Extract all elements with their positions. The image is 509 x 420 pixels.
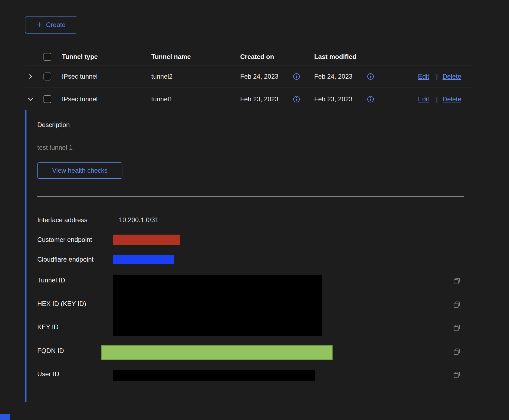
copy-icon (453, 348, 461, 356)
tunnel-id-label: Tunnel ID (37, 276, 65, 284)
key-id-label: KEY ID (37, 323, 58, 331)
copy-key-id-button[interactable] (453, 324, 461, 332)
cell-tunnel-type: IPsec tunnel (62, 95, 98, 103)
cell-tunnel-type: IPsec tunnel (62, 73, 98, 80)
copy-icon (453, 371, 461, 379)
create-button-label: Create (46, 21, 65, 29)
user-id-label: User ID (37, 370, 59, 378)
section-divider (37, 196, 464, 197)
column-header-created-on: Created on (240, 53, 274, 61)
cell-created-on: Feb 23, 2023 (240, 95, 278, 103)
cloudflare-endpoint-redacted-value (113, 255, 174, 264)
user-id-redacted-value (113, 370, 315, 381)
copy-icon (453, 277, 461, 285)
copy-icon (453, 301, 461, 309)
view-health-checks-label: View health checks (52, 167, 108, 174)
tunnel-details-panel: Description test tunnel 1 View health ch… (25, 110, 473, 402)
row-checkbox[interactable] (43, 73, 51, 81)
interface-address-label: Interface address (37, 216, 87, 224)
copy-icon (453, 324, 461, 332)
delete-link[interactable]: Delete (443, 95, 461, 103)
fqdn-id-redacted-value (101, 345, 333, 360)
delete-link[interactable]: Delete (443, 73, 461, 80)
ids-redacted-value (113, 275, 322, 336)
column-header-tunnel-type: Tunnel type (62, 53, 98, 61)
cell-last-modified: Feb 23, 2023 (314, 95, 352, 103)
copy-hex-id-button[interactable] (453, 300, 461, 309)
cloudflare-endpoint-label: Cloudflare endpoint (37, 256, 93, 263)
row-checkbox[interactable] (43, 95, 51, 103)
action-separator: | (436, 95, 438, 103)
hex-id-label: HEX ID (KEY ID) (37, 300, 86, 308)
viewport-edge-artifact (0, 414, 10, 420)
column-header-last-modified: Last modified (314, 53, 356, 61)
edit-link[interactable]: Edit (418, 73, 429, 80)
table-row: IPsec tunnel tunnel2 Feb 24, 2023 Feb 24… (25, 65, 473, 88)
chevron-down-icon (27, 96, 34, 102)
info-icon[interactable] (367, 73, 374, 80)
customer-endpoint-label: Customer endpoint (37, 236, 92, 244)
copy-fqdn-id-button[interactable] (453, 347, 461, 356)
action-separator: | (436, 73, 438, 80)
table-row: IPsec tunnel tunnel1 Feb 23, 2023 Feb 23… (25, 88, 473, 110)
cell-created-on: Feb 24, 2023 (240, 73, 278, 80)
copy-user-id-button[interactable] (453, 371, 461, 379)
info-icon[interactable] (293, 96, 300, 102)
info-icon[interactable] (367, 96, 374, 102)
plus-icon (37, 22, 43, 28)
create-button[interactable]: Create (25, 16, 77, 34)
info-icon[interactable] (293, 73, 300, 80)
customer-endpoint-redacted-value (113, 235, 180, 245)
copy-tunnel-id-button[interactable] (453, 277, 461, 285)
expand-row-button[interactable] (27, 72, 36, 81)
tunnels-page: Create Tunnel type Tunnel name Created o… (0, 0, 509, 420)
view-health-checks-button[interactable]: View health checks (37, 162, 122, 179)
cell-tunnel-name: tunnel2 (151, 73, 173, 80)
cell-last-modified: Feb 24, 2023 (314, 73, 352, 80)
cell-tunnel-name: tunnel1 (151, 95, 173, 103)
collapse-row-button[interactable] (27, 95, 36, 104)
chevron-right-icon (27, 73, 34, 80)
fqdn-id-label: FQDN ID (37, 347, 64, 355)
column-header-tunnel-name: Tunnel name (151, 53, 191, 61)
edit-link[interactable]: Edit (418, 95, 429, 103)
description-label: Description (37, 121, 70, 129)
description-value: test tunnel 1 (37, 144, 73, 151)
select-all-checkbox[interactable] (43, 53, 51, 61)
interface-address-value: 10.200.1.0/31 (119, 216, 159, 224)
table-header-row: Tunnel type Tunnel name Created on Last … (25, 48, 473, 65)
